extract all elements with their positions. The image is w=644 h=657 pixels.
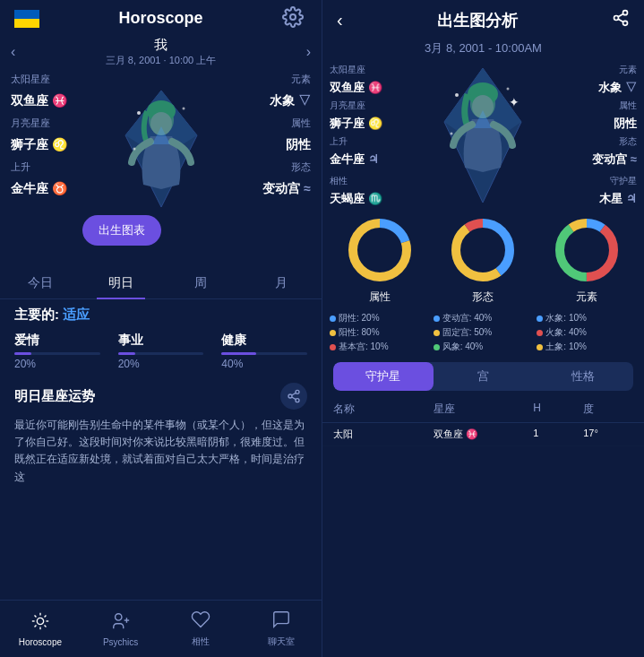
r-sun-label: 太阳星座 (330, 64, 424, 76)
svg-point-40 (451, 133, 453, 135)
col-h: H (533, 402, 583, 417)
tab-today[interactable]: 今日 (0, 268, 81, 298)
col-name: 名称 (333, 402, 434, 417)
right-bottom-tabs: 守护星 宫 性格 (333, 362, 633, 391)
svg-point-27 (623, 11, 627, 15)
legend-2: 水象: 10% (537, 312, 637, 324)
right-panel: ‹ 出生图分析 3月 8, 2001 - 10:00AM 太阳星座 双鱼座 ♓ … (322, 0, 644, 657)
category-love: 爱情 20% (14, 333, 100, 370)
chart-mode: 形态 (447, 214, 519, 305)
r-moon-label: 月亮星座 (330, 99, 424, 112)
section-title-row: 明日星座运势 (0, 376, 322, 413)
svg-point-24 (115, 613, 121, 619)
next-arrow[interactable]: › (306, 44, 311, 60)
chart-element: 元素 (551, 214, 623, 305)
donut-element-svg (551, 214, 623, 286)
nav-horoscope[interactable]: Horoscope (0, 601, 81, 657)
donut-mode-svg (447, 214, 519, 286)
legend-3: 阳性: 80% (330, 326, 430, 339)
horoscope-icon (30, 611, 50, 635)
nature-value: 阴性 (219, 137, 311, 153)
svg-line-20 (34, 615, 36, 617)
birth-chart-button[interactable]: 出生图表 (82, 215, 161, 246)
row-name: 太阳 (333, 428, 434, 441)
sun-label: 太阳星座 (11, 73, 102, 86)
chart-nature-label: 属性 (369, 290, 391, 305)
svg-point-10 (296, 390, 299, 393)
right-share-button[interactable] (612, 9, 630, 31)
main-section-label: 主要的: 适应 (0, 299, 322, 327)
element-value: 水象 ▽ (219, 93, 311, 109)
tab-month[interactable]: 月 (241, 268, 322, 298)
nav-psychics[interactable]: Psychics (81, 601, 161, 657)
svg-point-11 (288, 394, 292, 398)
right-tab-guardian[interactable]: 守护星 (333, 362, 434, 391)
right-date: 3月 8, 2001 - 10:00AM (322, 40, 644, 56)
r-sun-value: 双鱼座 ♓ (330, 80, 424, 96)
charts-area: 属性 形态 (322, 207, 644, 308)
avatar-figure (112, 86, 210, 212)
svg-point-28 (614, 16, 618, 21)
r-element-value: 水象 ▽ (543, 80, 637, 96)
tab-week[interactable]: 周 (161, 268, 242, 298)
heart-icon (191, 609, 210, 634)
legend-1: 变动宫: 40% (434, 312, 534, 324)
prev-arrow[interactable]: ‹ (11, 44, 15, 60)
r-mode-value: 变动宫 ≈ (543, 151, 637, 168)
right-tab-palace[interactable]: 宫 (434, 362, 534, 391)
r-compat-value: 天蝎座 ♏ (330, 191, 424, 207)
back-button[interactable]: ‹ (337, 10, 343, 30)
rising-value: 金牛座 ♉ (11, 181, 102, 197)
svg-line-30 (618, 19, 623, 22)
row-deg: 17° (583, 428, 633, 441)
donut-nature-svg (344, 214, 416, 286)
svg-line-14 (292, 393, 296, 395)
tab-tomorrow[interactable]: 明日 (81, 268, 161, 298)
profile-name: 我 (14, 37, 307, 54)
nav-compatibility[interactable]: 相性 (161, 601, 242, 657)
chart-mode-label: 形态 (472, 290, 494, 305)
data-table: 名称 星座 H 度 太阳 双鱼座 ♓ 1 17° (322, 396, 644, 657)
svg-point-38 (455, 93, 459, 97)
mode-label: 形态 (219, 160, 311, 174)
legend-area: 阴性: 20% 变动宫: 40% 水象: 10% 阳性: 80% 固定宫: 50… (322, 308, 644, 357)
adapt-link[interactable]: 适应 (63, 307, 90, 322)
svg-point-12 (296, 399, 299, 402)
col-deg: 度 (583, 402, 633, 417)
element-label: 元素 (219, 73, 311, 86)
legend-0: 阴性: 20% (330, 312, 430, 324)
r-nature-value: 阴性 (543, 116, 637, 132)
legend-6: 基本宫: 10% (330, 341, 430, 353)
r-mode-label: 形态 (543, 135, 637, 148)
right-title: 出生图分析 (437, 10, 518, 31)
svg-point-8 (182, 108, 185, 110)
settings-button[interactable] (282, 6, 307, 31)
left-header: Horoscope (0, 0, 322, 37)
categories-row: 爱情 20% 事业 20% 健康 40% (0, 327, 322, 376)
svg-line-13 (292, 397, 296, 400)
svg-line-23 (44, 615, 46, 617)
row-h: 1 (533, 428, 583, 441)
moon-label: 月亮星座 (11, 117, 102, 130)
category-health: 健康 40% (221, 333, 307, 370)
r-nature-label: 属性 (543, 99, 637, 112)
left-panel: Horoscope 我 三月 8, 2001 · 10:00 上午 ‹ › 太阳… (0, 0, 322, 657)
nav-chat[interactable]: 聊天室 (241, 601, 322, 657)
legend-8: 土象: 10% (537, 341, 637, 353)
tabs-row: 今日 明日 周 月 (0, 268, 322, 299)
r-moon-value: 狮子座 ♌ (330, 116, 424, 132)
legend-5: 火象: 40% (537, 326, 637, 339)
share-button[interactable] (280, 383, 307, 410)
svg-point-0 (290, 14, 296, 20)
ukraine-flag (14, 10, 39, 28)
right-tab-character[interactable]: 性格 (533, 362, 633, 391)
app-title: Horoscope (118, 9, 202, 28)
legend-7: 风象: 40% (434, 341, 534, 353)
horoscope-text: 最近你可能刚告别生命中的某件事物（或某个人），但这是为了你自己好。这段时间对你来… (0, 413, 322, 489)
category-career: 事业 20% (118, 333, 204, 370)
legend-4: 固定宫: 50% (434, 326, 534, 339)
col-sign: 星座 (434, 402, 534, 417)
psychics-icon (111, 611, 131, 635)
r-rising-value: 金牛座 ♃ (330, 151, 424, 168)
chat-icon (271, 609, 291, 634)
